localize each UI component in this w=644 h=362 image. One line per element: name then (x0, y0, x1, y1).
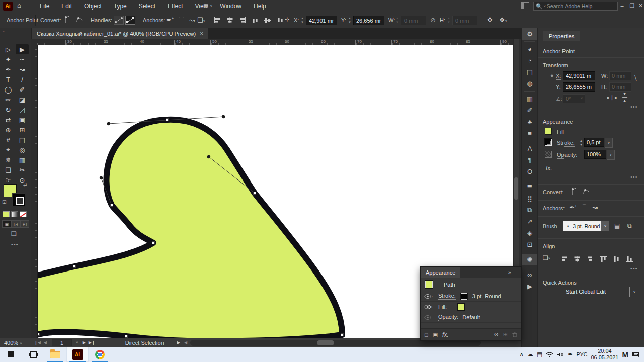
color-guide-panel-icon[interactable]: ◔ (522, 55, 538, 66)
swap-fill-stroke-icon[interactable]: ⇄ (23, 182, 27, 187)
align-vertical-center-icon[interactable] (264, 17, 272, 26)
pen-tool-icon[interactable]: ✒ (2, 64, 15, 74)
tab-close-icon[interactable]: × (200, 30, 203, 37)
align-top-icon[interactable] (251, 17, 259, 26)
default-fill-stroke-icon[interactable]: ◱ (2, 199, 9, 206)
stroke-row-label[interactable]: Stroke: (438, 293, 456, 300)
menu-file[interactable]: File (34, 0, 55, 12)
first-artboard-icon[interactable]: ❙◀ (34, 340, 41, 345)
tray-expand-icon[interactable]: ∧ (519, 351, 524, 358)
add-new-fill-icon[interactable]: ▣ (433, 331, 438, 338)
gradient-tool-icon[interactable]: ▤ (16, 135, 29, 145)
align-right-icon[interactable] (586, 255, 594, 263)
properties-panel-icon[interactable]: ⚙ (522, 28, 538, 40)
search-input[interactable] (547, 3, 607, 9)
artboard-tool-icon[interactable]: ❏ (2, 165, 15, 175)
y-stepper[interactable]: ▲▼ (348, 16, 352, 25)
brush-libraries-icon[interactable]: ⧉ (627, 222, 632, 229)
convert-to-corner-icon[interactable] (569, 191, 577, 197)
flip-horizontal-icon[interactable]: ▸❘◂ (607, 95, 616, 100)
next-artboard-icon[interactable]: ▶ (83, 340, 86, 345)
links-panel-icon[interactable]: ∞ (522, 269, 538, 281)
windows-ink-pen-icon[interactable]: ✒ (568, 351, 573, 358)
convert-to-smooth-icon[interactable] (582, 191, 590, 197)
appearance-opacity-row[interactable]: Opacity: Default (421, 312, 521, 323)
stroke-weight-stepper[interactable]: ▲▼ (579, 139, 583, 147)
minimize-button[interactable]: – (618, 0, 626, 11)
opacity-value[interactable]: 100% (584, 150, 606, 159)
brushes-panel-icon[interactable]: ✐ (522, 105, 538, 116)
chrome-taskbar-button[interactable] (89, 347, 111, 362)
opacity-options-chevron[interactable]: › (607, 150, 615, 160)
isolate-selection-icon[interactable]: ❖˅ (499, 16, 507, 24)
global-edit-options-chevron[interactable]: ˅ (629, 287, 639, 297)
stroke-weight-value[interactable]: 0,5 pt (584, 138, 604, 147)
tab-appearance[interactable]: Appearance (421, 267, 460, 278)
hardware-icon[interactable]: ▤ (537, 351, 542, 358)
appearance-path-row[interactable]: Path (421, 278, 521, 291)
brush-options-icon[interactable]: ▤ (614, 222, 620, 229)
artboards-panel-icon[interactable]: ⊡ (522, 239, 538, 250)
scale-tool-icon[interactable]: ◿ (16, 105, 29, 115)
document-tab[interactable]: Сказка Холодный кабинет_01.ai* @ 400% (R… (32, 28, 208, 39)
rotate-tool-icon[interactable]: ↻ (2, 105, 15, 115)
transform-x-input[interactable] (563, 71, 595, 80)
align-left-icon[interactable] (213, 17, 221, 26)
add-effect-fx-icon[interactable]: fx. (442, 331, 449, 338)
show-handles-button[interactable] (114, 16, 124, 25)
horizontal-scrollbar-thumb[interactable] (317, 340, 334, 345)
transform-panel-icon[interactable]: ⣿ (522, 193, 538, 204)
opentype-panel-icon[interactable]: O (522, 166, 538, 177)
paintbrush-tool-icon[interactable]: ✐ (16, 84, 29, 95)
language-indicator[interactable]: РУС (576, 351, 587, 357)
home-icon[interactable]: ⌂ (17, 2, 21, 9)
transform-x-label[interactable]: X: (556, 73, 561, 80)
brush-chevron-icon[interactable]: ˅ (601, 221, 609, 231)
shaper-tool-icon[interactable]: ✏ (2, 95, 15, 105)
stroke-color-swatch[interactable] (12, 193, 25, 206)
mesh-tool-icon[interactable]: # (2, 135, 15, 145)
menu-select[interactable]: Select (133, 0, 161, 12)
menu-window[interactable]: Window (214, 0, 247, 12)
align-horizontal-center-icon[interactable] (573, 255, 581, 263)
align-left-icon[interactable] (560, 255, 568, 263)
speaker-icon[interactable] (557, 352, 564, 357)
convert-to-corner-icon[interactable] (62, 17, 70, 25)
line-segment-tool-icon[interactable]: / (16, 74, 29, 84)
task-view-button[interactable] (22, 347, 44, 362)
symbols-panel-icon[interactable]: ♣ (522, 116, 538, 128)
collapse-panel-icon[interactable]: » (505, 269, 514, 275)
illustrator-taskbar-button[interactable]: Ai (66, 347, 89, 362)
brush-select[interactable]: • 3 pt. Round ˅ (563, 221, 609, 231)
align-right-icon[interactable] (238, 17, 247, 26)
transform-y-input[interactable] (563, 82, 595, 92)
previous-artboard-icon[interactable]: ◀ (44, 340, 47, 345)
wifi-icon[interactable] (546, 352, 553, 357)
help-search[interactable]: 🔍 ˅ (533, 2, 618, 11)
symbol-sprayer-tool-icon[interactable]: ✵ (2, 155, 15, 165)
clock[interactable]: 20:0406.05.2021 (591, 348, 618, 361)
opacity-visibility-eye-icon[interactable] (424, 315, 431, 320)
appearance-more-options[interactable]: ••• (630, 174, 638, 180)
eyedropper-tool-icon[interactable]: ⌖ (2, 145, 15, 155)
smooth-anchor-icon[interactable]: ↝ (189, 16, 195, 24)
close-button[interactable]: ✕ (636, 0, 644, 11)
libraries-panel-icon[interactable]: ✺ (522, 254, 538, 265)
stroke-row-swatch[interactable] (461, 293, 467, 300)
layers-panel-icon[interactable]: ◈ (522, 227, 538, 239)
panel-menu-icon[interactable]: ≡ (514, 269, 521, 276)
width-tool-icon[interactable]: ⇄ (2, 115, 15, 125)
gradient-panel-icon[interactable]: ▤ (522, 66, 538, 78)
menu-object[interactable]: Object (78, 0, 107, 12)
transform-more-options[interactable]: ••• (630, 104, 638, 110)
align-horizontal-center-icon[interactable] (226, 17, 234, 26)
appearance-fill-row[interactable]: › Fill: (421, 302, 521, 312)
convert-to-smooth-icon[interactable] (75, 17, 84, 25)
align-panel-icon[interactable]: ≣ (522, 181, 538, 193)
x-input[interactable] (306, 16, 337, 25)
align-more-options[interactable]: ••• (630, 265, 638, 272)
zoom-level[interactable]: 400% ˅ (4, 340, 30, 346)
opacity-label[interactable]: Opacity: (557, 152, 577, 159)
edit-toolbar-icon[interactable]: ••• (11, 241, 19, 247)
perspective-grid-tool-icon[interactable]: ⊞ (16, 125, 29, 135)
